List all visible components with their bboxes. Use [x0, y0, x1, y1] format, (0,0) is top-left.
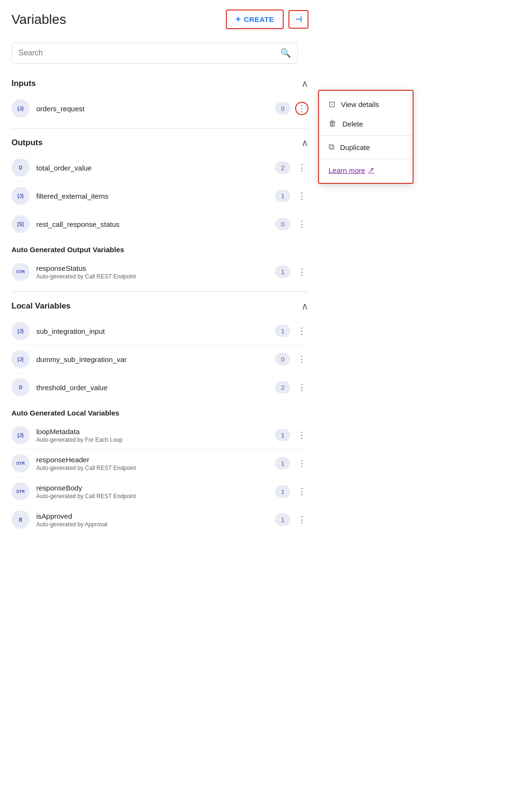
duplicate-icon: ⧉: [329, 142, 334, 152]
local-section: Local Variables ∧ {J} sub_integration_in…: [11, 298, 309, 401]
var-badge-threshold: D: [11, 378, 30, 396]
var-row-dummy-sub: {J} dummy_sub_integration_var 0 ⋮: [11, 345, 309, 373]
var-menu-btn-sub-input[interactable]: ⋮: [295, 324, 309, 338]
var-name-loop: loopMetadata: [36, 427, 275, 436]
var-info-resp-body: responseBody Auto-generated by Call REST…: [36, 484, 275, 500]
var-row-total-order-value: D total_order_value 2 ⋮: [11, 153, 309, 181]
var-name-filtered: filtered_external_items: [36, 192, 275, 200]
var-info-filtered: filtered_external_items: [36, 192, 275, 200]
plus-icon: +: [235, 14, 241, 24]
var-badge-rest: [S]: [11, 215, 30, 233]
var-info-resp-header: responseHeader Auto-generated by Call RE…: [36, 456, 275, 471]
collapse-icon: ⊣: [295, 15, 302, 24]
local-section-header: Local Variables ∧: [11, 298, 309, 317]
var-badge-response-status: STR: [11, 263, 30, 281]
context-menu-learn-more[interactable]: Learn more ↗: [319, 161, 413, 179]
var-menu-btn-threshold[interactable]: ⋮: [295, 381, 309, 394]
outputs-chevron[interactable]: ∧: [301, 137, 309, 149]
section-divider-1: [11, 128, 309, 128]
auto-local-title: Auto Generated Local Variables: [11, 409, 309, 417]
var-subtitle-response-status: Auto-generated by Call REST Endpoint: [36, 273, 275, 280]
search-input[interactable]: [19, 49, 280, 57]
view-details-label: View details: [341, 100, 379, 108]
var-name-threshold: threshold_order_value: [36, 384, 275, 392]
var-name-resp-body: responseBody: [36, 484, 275, 492]
page-title: Variables: [11, 12, 66, 27]
create-label: CREATE: [244, 15, 274, 23]
var-subtitle-approved: Auto-generated by Approval: [36, 521, 275, 528]
var-row-is-approved: B isApproved Auto-generated by Approval …: [11, 505, 309, 533]
var-count-loop: 1: [275, 429, 290, 441]
var-name-response-status: responseStatus: [36, 264, 275, 272]
var-badge-sub-input: {J}: [11, 322, 30, 340]
var-subtitle-loop: Auto-generated by For Each Loop: [36, 437, 275, 443]
var-subtitle-resp-body: Auto-generated by Call REST Endpoint: [36, 493, 275, 500]
var-menu-btn-total[interactable]: ⋮: [295, 161, 309, 174]
var-menu-btn-rest[interactable]: ⋮: [295, 217, 309, 231]
var-info-threshold: threshold_order_value: [36, 384, 275, 392]
var-menu-btn-dummy[interactable]: ⋮: [295, 352, 309, 366]
var-count-resp-header: 1: [275, 457, 290, 469]
context-menu-divider-2: [319, 159, 413, 159]
create-button[interactable]: + CREATE: [226, 10, 284, 29]
context-menu: ⊡ View details 🗑 Delete ⧉ Duplicate Lear…: [318, 90, 414, 184]
var-info-total: total_order_value: [36, 164, 275, 172]
var-name-approved: isApproved: [36, 512, 275, 520]
var-badge-loop: {J}: [11, 426, 30, 444]
var-row-response-body: STR responseBody Auto-generated by Call …: [11, 477, 309, 505]
duplicate-label: Duplicate: [340, 143, 370, 151]
var-info-orders-request: orders_request: [36, 105, 275, 113]
var-count-resp-body: 1: [275, 485, 290, 498]
var-info-response-status: responseStatus Auto-generated by Call RE…: [36, 264, 275, 280]
auto-local-section: Auto Generated Local Variables {J} loopM…: [11, 409, 309, 533]
var-info-approved: isApproved Auto-generated by Approval: [36, 512, 275, 528]
context-menu-divider: [319, 135, 413, 136]
outputs-section: Outputs ∧ D total_order_value 2 ⋮ {J} fi…: [11, 134, 309, 238]
var-count-rest: 0: [275, 218, 290, 230]
var-count-dummy: 0: [275, 353, 290, 365]
var-menu-btn-response-status[interactable]: ⋮: [295, 265, 309, 278]
local-chevron[interactable]: ∧: [301, 300, 309, 312]
var-row-loop-metadata: {J} loopMetadata Auto-generated by For E…: [11, 421, 309, 449]
delete-label: Delete: [342, 120, 363, 128]
var-count-response-status: 1: [275, 266, 290, 278]
var-info-sub-input: sub_integration_input: [36, 327, 275, 335]
context-menu-view-details[interactable]: ⊡ View details: [319, 95, 413, 114]
var-name-resp-header: responseHeader: [36, 456, 275, 464]
var-info-dummy: dummy_sub_integration_var: [36, 355, 275, 363]
var-menu-btn-orders-request[interactable]: ⋮: [295, 102, 309, 115]
var-menu-btn-approved[interactable]: ⋮: [295, 513, 309, 526]
var-menu-btn-resp-header[interactable]: ⋮: [295, 457, 309, 470]
learn-more-label: Learn more: [329, 166, 365, 174]
local-title: Local Variables: [11, 301, 71, 311]
var-row-orders-request: {J} orders_request 0 ⋮ ⊡ View details 🗑 …: [11, 94, 309, 122]
learn-more-icon: ↗: [368, 166, 374, 174]
var-name-sub-input: sub_integration_input: [36, 327, 275, 335]
var-menu-btn-loop[interactable]: ⋮: [295, 428, 309, 442]
var-count-total: 2: [275, 161, 290, 174]
var-info-rest: rest_call_response_status: [36, 220, 275, 228]
var-name-dummy: dummy_sub_integration_var: [36, 355, 275, 363]
variables-panel: Variables + CREATE ⊣ 🔍 Inputs ∧ {J} orde…: [0, 0, 320, 547]
var-badge-orders-request: {J}: [11, 99, 30, 117]
var-menu-btn-resp-body[interactable]: ⋮: [295, 485, 309, 498]
inputs-section-header: Inputs ∧: [11, 75, 309, 94]
var-badge-filtered: {J}: [11, 187, 30, 205]
section-divider-2: [11, 291, 309, 292]
header-actions: + CREATE ⊣: [226, 10, 309, 29]
var-count-sub-input: 1: [275, 325, 290, 337]
var-row-threshold: D threshold_order_value 2 ⋮: [11, 373, 309, 401]
collapse-button[interactable]: ⊣: [288, 10, 309, 29]
var-menu-btn-filtered[interactable]: ⋮: [295, 189, 309, 202]
auto-output-section: Auto Generated Output Variables STR resp…: [11, 245, 309, 286]
var-badge-dummy: {J}: [11, 350, 30, 368]
var-subtitle-resp-header: Auto-generated by Call REST Endpoint: [36, 465, 275, 471]
var-badge-resp-header: STR: [11, 454, 30, 472]
inputs-chevron[interactable]: ∧: [301, 78, 309, 89]
var-badge-resp-body: STR: [11, 482, 30, 501]
var-count-approved: 1: [275, 513, 290, 526]
var-row-rest-call: [S] rest_call_response_status 0 ⋮: [11, 210, 309, 238]
context-menu-duplicate[interactable]: ⧉ Duplicate: [319, 138, 413, 157]
view-details-icon: ⊡: [329, 99, 335, 109]
context-menu-delete[interactable]: 🗑 Delete: [319, 114, 413, 133]
